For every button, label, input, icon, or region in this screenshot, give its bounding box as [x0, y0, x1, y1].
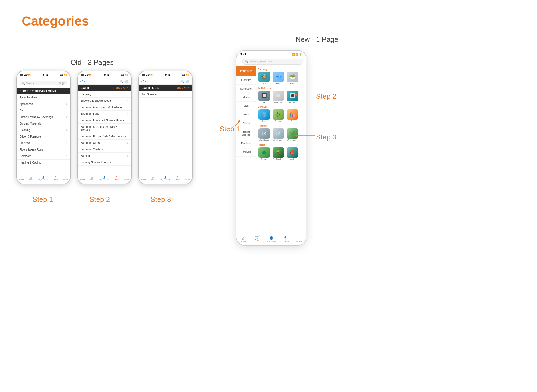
- phone1-search[interactable]: 🔍 Search ⊞ 🛒: [20, 81, 67, 85]
- nav-shop[interactable]: 🛒Shop: [29, 176, 33, 181]
- list-item[interactable]: Bath›: [17, 107, 70, 114]
- nav-account[interactable]: 👤My Account: [160, 176, 170, 181]
- new-nav-stores[interactable]: 📍 STORES: [278, 236, 292, 243]
- sidebar-item-bath[interactable]: Bath: [236, 102, 256, 110]
- nav-account[interactable]: 👤My Account: [38, 176, 48, 181]
- list-item[interactable]: Bathroom Accessories & Hardware›: [78, 104, 131, 111]
- list-item[interactable]: Bathroom Sinks›: [78, 140, 131, 146]
- rb-oven-label: RB oven: [289, 101, 296, 104]
- bowl-img: 🥣: [273, 72, 284, 82]
- search-placeholder: What are you looking for?: [250, 60, 274, 63]
- list-item[interactable]: Bathroom Cabinets, Shelves & Storage›: [78, 124, 131, 133]
- sidebar-item-floors[interactable]: Floors: [236, 93, 256, 102]
- list-item[interactable]: Blinds & Window Coverings›: [17, 114, 70, 120]
- nav-home[interactable]: ⌂Home: [80, 176, 85, 180]
- shop-all-link[interactable]: Shop All ›: [115, 86, 128, 89]
- item-garbage[interactable]: ♻️ Garbage: [272, 109, 285, 122]
- nav-stores[interactable]: 📍Stores: [53, 176, 58, 181]
- list-item[interactable]: Cleaning›: [17, 127, 70, 133]
- phone1-search-text: Search: [26, 82, 34, 85]
- new-nav-more[interactable]: ··· MORE: [292, 236, 306, 243]
- nav-more[interactable]: ···More: [185, 176, 190, 180]
- cond1-label: Conditioner: [259, 139, 269, 141]
- item-maple[interactable]: 🍁 Maple: [286, 147, 299, 160]
- new-nav-account[interactable]: 👤 ACCOUNT: [264, 236, 278, 243]
- list-item[interactable]: Bathroom Fans›: [78, 111, 131, 117]
- item-litter[interactable]: 🗑️ Litter: [258, 109, 271, 122]
- back-button-3[interactable]: ‹ Back: [141, 80, 149, 83]
- list-item[interactable]: Cleaning›: [78, 91, 131, 98]
- list-item[interactable]: Electrical›: [17, 140, 70, 146]
- nav-shop[interactable]: 🛒Shop: [151, 176, 155, 181]
- search-icon-small-3[interactable]: 🔍: [181, 80, 184, 83]
- shop-icon: 🛒: [255, 235, 260, 240]
- item-pot[interactable]: 🍲 Pot: [258, 72, 271, 85]
- garbage-img: ♻️: [273, 109, 284, 120]
- stores-label: STORES: [281, 241, 289, 243]
- list-item[interactable]: Décor & Furniture›: [17, 133, 70, 140]
- item-oven[interactable]: 🔲 Oven: [258, 91, 271, 104]
- nav-shop[interactable]: 🛒Shop: [90, 176, 94, 181]
- item-cond2[interactable]: ❄️ Conditioner: [272, 128, 285, 141]
- item-bowl[interactable]: 🥣 Bowl: [272, 72, 285, 85]
- nav-home[interactable]: ⌂Home: [19, 176, 24, 180]
- list-item[interactable]: Building Materials›: [17, 120, 70, 127]
- list-item[interactable]: Bathtubs›: [78, 153, 131, 159]
- list-item[interactable]: Bathroom Repair Parts & Accessories›: [78, 133, 131, 140]
- list-item[interactable]: Bathroom Vanities›: [78, 146, 131, 153]
- sidebar-item-furniture[interactable]: Furniture: [236, 76, 256, 85]
- list-item[interactable]: Tub Showers›: [139, 91, 192, 98]
- item-white-oven[interactable]: ◻️ White oven: [272, 91, 285, 104]
- search-icon-small[interactable]: 🔍: [120, 80, 123, 83]
- list-item[interactable]: Floors & Area Rugs›: [17, 146, 70, 153]
- phone1-status-left: ⬛ Saf 📶: [20, 74, 31, 76]
- list-item[interactable]: Heating & Cooling›: [17, 160, 70, 166]
- phone3-back-header: ‹ Back 🔍 🛒: [139, 79, 192, 85]
- new-nav-home[interactable]: ⌂ HOME: [236, 236, 250, 243]
- item-pushian[interactable]: 🌳 Pushian tree: [272, 147, 285, 160]
- nav-more[interactable]: ···More: [124, 176, 129, 180]
- phone2-status-bar: ⬛ Saf 📶 9:41 📷 📶: [78, 71, 131, 79]
- cart-icon-small[interactable]: 🛒: [125, 80, 129, 83]
- nav-account[interactable]: 👤My Account: [99, 176, 109, 181]
- more-label: MORE: [296, 241, 302, 243]
- list-item[interactable]: Patio Furniture›: [17, 94, 70, 101]
- nav-more[interactable]: ···More: [63, 176, 68, 180]
- new-back-arrow[interactable]: ‹: [239, 59, 241, 64]
- list-item[interactable]: Appliances›: [17, 101, 70, 107]
- item-juniper[interactable]: 🌲 Juniper: [258, 147, 271, 160]
- step3-arrow: [293, 130, 317, 141]
- list-item[interactable]: Showers & Shower Doors›: [78, 98, 131, 104]
- sidebar-item-decoration[interactable]: Decoration: [236, 85, 256, 93]
- nav-stores[interactable]: 📍Stores: [175, 176, 180, 181]
- back-button[interactable]: ‹ Back: [80, 80, 88, 83]
- new-search-bar[interactable]: 🔍 What are you looking for?: [242, 59, 303, 65]
- item-cond1[interactable]: ❄️ Conditioner: [258, 128, 271, 141]
- search-icon: 🔍: [22, 82, 25, 85]
- phone2-status-right: 📷 📶: [121, 74, 128, 76]
- nav-home[interactable]: ⌂Home: [141, 176, 146, 180]
- search-icon-new: 🔍: [245, 60, 248, 63]
- sidebar-item-electrical[interactable]: Electrical: [236, 139, 256, 148]
- new-section-label: New - 1 Page: [296, 35, 338, 44]
- cond1-img: ❄️: [258, 128, 270, 139]
- arrow-1-to-2: →: [64, 199, 70, 206]
- list-item[interactable]: Bathroom Faucets & Shower Heads›: [78, 117, 131, 124]
- sidebar-item-promotion[interactable]: Promotion: [236, 66, 256, 76]
- list-item[interactable]: Hardware›: [17, 153, 70, 160]
- phone2-icons: 🔍 🛒: [120, 80, 129, 83]
- sidebar-item-hardware[interactable]: Hardware: [236, 148, 256, 157]
- item-bowl2[interactable]: 🥗 Bowl: [286, 72, 299, 85]
- shop-all-link-3[interactable]: Shop All ›: [176, 86, 189, 89]
- nav-stores[interactable]: 📍Stores: [114, 176, 119, 181]
- litter-label: Litter: [262, 120, 266, 122]
- section-heating: Heating: [258, 125, 304, 127]
- step2-arrow: [293, 90, 317, 100]
- phone3-list: Tub Showers›: [139, 91, 192, 176]
- cart-icon-small-3[interactable]: 🛒: [186, 80, 190, 83]
- item-bag[interactable]: 🛍️ Bag: [286, 109, 299, 122]
- list-item[interactable]: Laundry Sinks & Faucets›: [78, 159, 131, 166]
- plants-items: 🌲 Juniper 🌳 Pushian tree 🍁 Maple: [258, 147, 304, 160]
- new-search-row: ‹ 🔍 What are you looking for?: [236, 58, 306, 66]
- new-nav-shop[interactable]: 🛒 SHOP: [250, 235, 264, 243]
